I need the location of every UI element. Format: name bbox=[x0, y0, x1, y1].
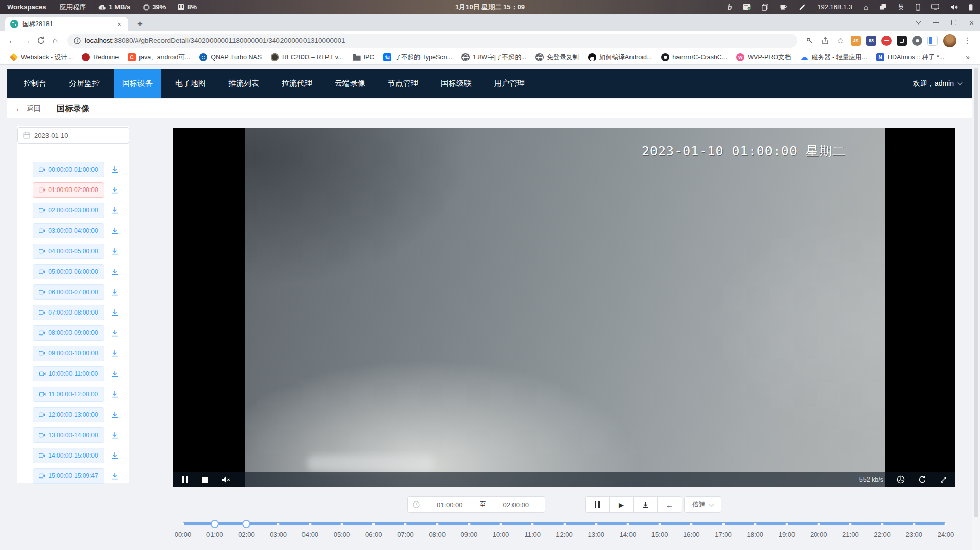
download-icon[interactable] bbox=[111, 431, 119, 439]
record-time-button[interactable]: 08:00:00-09:00:00 bbox=[33, 325, 104, 341]
play-button[interactable]: ▶ bbox=[610, 497, 634, 512]
bookmark-item[interactable]: hairrrrr/C-CrashC... bbox=[657, 53, 732, 61]
address-bar[interactable]: localhost:38080/#/gbRecordDetail/3402000… bbox=[67, 34, 797, 48]
minimize-icon[interactable] bbox=[933, 22, 939, 23]
time-range-picker[interactable]: 01:00:00 至 02:00:00 bbox=[407, 496, 545, 513]
ip-address-indicator[interactable]: 192.168.1.3 bbox=[817, 3, 852, 11]
bookmark-item[interactable]: 如何编译Android... bbox=[584, 53, 657, 62]
tray-app-b-icon[interactable]: b bbox=[728, 3, 732, 11]
extension-js-icon[interactable]: JS bbox=[851, 36, 861, 46]
extension-adblock-icon[interactable] bbox=[881, 36, 892, 46]
step-back-button[interactable]: ← bbox=[658, 497, 682, 512]
extension-round-icon[interactable] bbox=[912, 36, 922, 46]
download-icon[interactable] bbox=[111, 268, 119, 276]
download-icon[interactable] bbox=[111, 227, 119, 235]
pause-button[interactable] bbox=[586, 497, 610, 512]
battery-icon[interactable] bbox=[969, 3, 973, 11]
new-tab-button[interactable]: + bbox=[134, 18, 146, 30]
download-icon[interactable] bbox=[111, 165, 119, 174]
cpu-indicator[interactable]: 39% bbox=[143, 3, 166, 11]
profile-avatar[interactable] bbox=[943, 34, 956, 47]
timeline-handle-end[interactable] bbox=[242, 520, 250, 528]
record-time-button[interactable]: 00:00:00-01:00:00 bbox=[33, 162, 104, 177]
timeline-handle-start[interactable] bbox=[211, 520, 219, 528]
maximize-icon[interactable] bbox=[951, 20, 956, 25]
download-icon[interactable] bbox=[111, 411, 119, 419]
record-time-button[interactable]: 14:00:00-15:00:00 bbox=[33, 448, 104, 463]
record-time-button[interactable]: 02:00:00-03:00:00 bbox=[33, 203, 104, 218]
tray-windows-stack-icon[interactable] bbox=[879, 3, 886, 11]
nav-item-gb-cascade[interactable]: 国标级联 bbox=[433, 69, 480, 98]
record-time-button[interactable]: 09:00:00-10:00:00 bbox=[33, 346, 104, 361]
date-picker-input[interactable]: 2023-01-10 bbox=[17, 127, 129, 144]
share-icon[interactable] bbox=[819, 34, 832, 47]
browser-menu-icon[interactable]: ⋮ bbox=[961, 34, 974, 47]
volume-muted-icon[interactable] bbox=[222, 475, 230, 484]
bookmark-item[interactable]: NHDAtmos :: 种子 *... bbox=[872, 53, 949, 62]
bookmark-item[interactable]: Redmine bbox=[77, 53, 123, 61]
browser-tab[interactable]: 国标28181 × bbox=[5, 17, 128, 31]
download-icon[interactable] bbox=[111, 247, 119, 255]
record-time-button[interactable]: 05:00:00-06:00:00 bbox=[33, 264, 104, 279]
back-button[interactable]: ← 返回 bbox=[15, 104, 41, 113]
page-scrollbar[interactable] bbox=[972, 65, 980, 550]
tray-display-icon[interactable] bbox=[931, 3, 939, 11]
fullscreen-icon[interactable] bbox=[940, 476, 947, 484]
browser-forward-icon[interactable]: → bbox=[19, 34, 34, 48]
video-surface[interactable] bbox=[245, 128, 885, 487]
download-icon[interactable] bbox=[111, 349, 119, 357]
bookmark-item[interactable]: 知了不起的 TypeScri... bbox=[379, 53, 457, 62]
nav-item-push-list[interactable]: 推流列表 bbox=[220, 69, 267, 98]
tab-close-icon[interactable]: × bbox=[115, 20, 123, 28]
applications-button[interactable]: 应用程序 bbox=[59, 3, 86, 12]
record-time-button[interactable]: 01:00:00-02:00:00 bbox=[33, 182, 104, 198]
bookmark-item[interactable]: 免登录复制 bbox=[531, 53, 584, 62]
download-icon[interactable] bbox=[111, 451, 119, 460]
bookmark-star-icon[interactable]: ☆ bbox=[834, 34, 847, 47]
tray-home-icon[interactable]: ⌂ bbox=[864, 3, 868, 11]
record-time-button[interactable]: 13:00:00-14:00:00 bbox=[33, 427, 104, 443]
browser-back-icon[interactable]: ← bbox=[5, 34, 19, 48]
tray-pen-icon[interactable] bbox=[799, 3, 806, 11]
record-time-button[interactable]: 06:00:00-07:00:00 bbox=[33, 284, 104, 300]
bookmarks-overflow-icon[interactable]: » bbox=[966, 53, 980, 61]
tray-coffee-icon[interactable] bbox=[780, 3, 787, 11]
password-key-icon[interactable] bbox=[803, 34, 816, 47]
record-time-button[interactable]: 12:00:00-13:00:00 bbox=[33, 407, 104, 422]
pause-icon[interactable] bbox=[181, 475, 189, 484]
extension-reader-icon[interactable] bbox=[927, 36, 938, 46]
download-icon[interactable] bbox=[111, 288, 119, 296]
network-speed-indicator[interactable]: 1 MB/s bbox=[98, 3, 130, 11]
site-info-icon[interactable] bbox=[74, 37, 81, 44]
video-player[interactable]: 2023-01-10 01:00:00 星期二 552 kb/s bbox=[173, 128, 955, 487]
download-button[interactable] bbox=[634, 497, 658, 512]
download-icon[interactable] bbox=[111, 370, 119, 378]
start-time-input[interactable]: 01:00:00 bbox=[421, 501, 479, 509]
input-method-indicator[interactable]: 英 bbox=[898, 3, 904, 12]
nav-item-split-monitor[interactable]: 分屏监控 bbox=[61, 69, 108, 98]
record-time-button[interactable]: 10:00:00-11:00:00 bbox=[33, 366, 104, 381]
refresh-icon[interactable] bbox=[918, 475, 926, 484]
extension-88-icon[interactable]: 88 bbox=[866, 36, 876, 46]
nav-item-node-manage[interactable]: 节点管理 bbox=[380, 69, 427, 98]
browser-reload-icon[interactable] bbox=[34, 34, 48, 48]
workspaces-button[interactable]: Workspaces bbox=[7, 3, 46, 11]
tray-app-window-icon[interactable] bbox=[743, 3, 751, 11]
nav-item-user-manage[interactable]: 用户管理 bbox=[486, 69, 533, 98]
download-icon[interactable] bbox=[111, 390, 119, 398]
snapshot-aperture-icon[interactable] bbox=[897, 475, 905, 484]
end-time-input[interactable]: 02:00:00 bbox=[487, 501, 545, 509]
nav-item-map[interactable]: 电子地图 bbox=[167, 69, 214, 98]
record-time-button[interactable]: 03:00:00-04:00:00 bbox=[33, 223, 104, 238]
download-icon[interactable] bbox=[111, 308, 119, 317]
nav-item-cloud-record[interactable]: 云端录像 bbox=[326, 69, 374, 98]
bookmark-item[interactable]: 服务器 - 轻量应用... bbox=[796, 53, 872, 62]
window-close-icon[interactable]: × bbox=[969, 18, 974, 27]
download-icon[interactable] bbox=[111, 186, 119, 194]
bookmark-item[interactable]: QNAP Turbo NAS bbox=[195, 53, 266, 61]
tray-copy-icon[interactable] bbox=[762, 3, 768, 11]
user-menu[interactable]: 欢迎，admin bbox=[913, 79, 962, 88]
download-icon[interactable] bbox=[111, 329, 119, 337]
browser-home-icon[interactable]: ⌂ bbox=[48, 34, 62, 48]
extension-dark-icon[interactable] bbox=[897, 36, 907, 46]
